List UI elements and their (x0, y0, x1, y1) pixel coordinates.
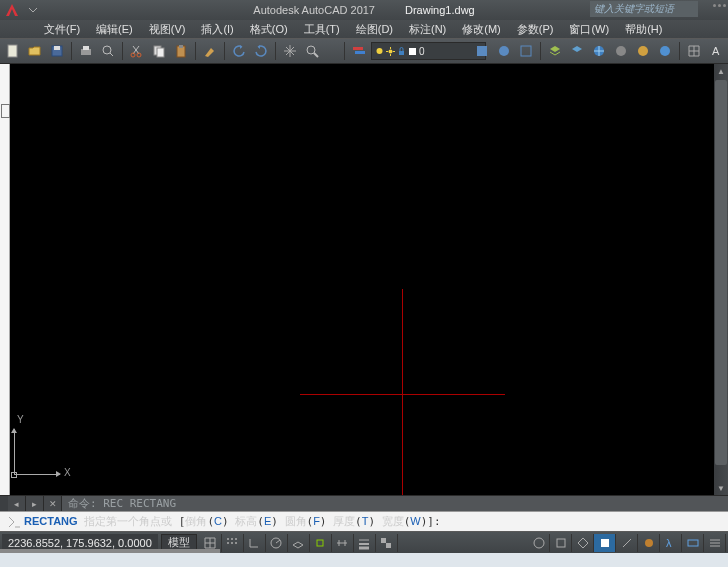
svg-point-5 (103, 46, 111, 54)
snap-toggle-icon[interactable] (222, 534, 244, 552)
preview-icon[interactable] (98, 41, 118, 61)
customize-icon[interactable] (704, 534, 726, 552)
menu-help[interactable]: 帮助(H) (617, 20, 670, 39)
svg-rect-20 (409, 48, 416, 55)
scroll-thumb[interactable] (715, 80, 727, 465)
svg-rect-42 (386, 543, 391, 548)
menu-window[interactable]: 窗口(W) (561, 20, 617, 39)
polar-toggle-icon[interactable] (266, 534, 288, 552)
svg-point-31 (231, 538, 233, 540)
menu-dimension[interactable]: 标注(N) (401, 20, 454, 39)
cut-icon[interactable] (127, 41, 147, 61)
window-dots (713, 4, 726, 7)
match-icon[interactable] (200, 41, 220, 61)
ucs-x-label: X (64, 467, 71, 478)
quick-access-toolbar (24, 3, 40, 17)
grid-icon[interactable] (684, 41, 704, 61)
status-r2-icon[interactable] (550, 534, 572, 552)
crosshair-horizontal (300, 394, 505, 395)
drawing-canvas[interactable]: Y X ▲ ▼ (0, 64, 728, 495)
hscroll-left-icon[interactable]: ◂ (8, 496, 26, 512)
title-text: Autodesk AutoCAD 2017 Drawing1.dwg (253, 4, 474, 16)
svg-rect-16 (355, 51, 365, 54)
tool-b-icon[interactable] (494, 41, 514, 61)
status-r1-icon[interactable] (528, 534, 550, 552)
shade-icon[interactable] (633, 41, 653, 61)
isodraft-icon[interactable] (288, 534, 310, 552)
svg-rect-2 (54, 46, 60, 50)
lineweight-icon[interactable] (354, 534, 376, 552)
tool-c-icon[interactable] (516, 41, 536, 61)
svg-line-6 (110, 53, 113, 56)
render-icon[interactable] (611, 41, 631, 61)
menu-view[interactable]: 视图(V) (141, 20, 194, 39)
search-box[interactable]: 键入关键字或短语 (590, 1, 698, 17)
cmd-history-text: 命令: REC RECTANG (68, 496, 176, 511)
undo-icon[interactable] (229, 41, 249, 61)
scroll-down-icon[interactable]: ▼ (714, 481, 728, 495)
print-icon[interactable] (76, 41, 96, 61)
lightbulb-icon (375, 47, 384, 56)
scroll-up-icon[interactable]: ▲ (714, 64, 728, 78)
menu-draw[interactable]: 绘图(D) (348, 20, 401, 39)
vertical-scrollbar[interactable]: ▲ ▼ (714, 64, 728, 495)
hscroll-right-icon[interactable]: ▸ (26, 496, 44, 512)
open-icon[interactable] (25, 41, 45, 61)
redo-icon[interactable] (251, 41, 271, 61)
layer-props-icon[interactable] (349, 41, 369, 61)
svg-rect-37 (317, 540, 323, 546)
transparency-icon[interactable] (376, 534, 398, 552)
command-line[interactable]: RECTANG 指定第一个角点或 [倒角(C) 标高(E) 圆角(F) 厚度(T… (0, 511, 728, 531)
menu-insert[interactable]: 插入(I) (193, 20, 241, 39)
menu-file[interactable]: 文件(F) (36, 20, 88, 39)
svg-point-32 (235, 538, 237, 540)
layer-name: 0 (419, 46, 425, 57)
cmd-active: RECTANG 指定第一个角点或 (24, 514, 179, 529)
layers-icon[interactable] (545, 41, 565, 61)
text-icon[interactable]: A (706, 41, 726, 61)
menu-format[interactable]: 格式(O) (242, 20, 296, 39)
cmd-options[interactable]: [倒角(C) 标高(E) 圆角(F) 厚度(T) 宽度(W)]: (179, 514, 441, 529)
command-history: 命令: REC RECTANG (62, 496, 728, 512)
qat-dropdown-icon[interactable] (26, 3, 40, 17)
svg-rect-48 (688, 540, 698, 546)
copy-icon[interactable] (149, 41, 169, 61)
layers2-icon[interactable] (567, 41, 587, 61)
status-r8-icon[interactable] (682, 534, 704, 552)
svg-rect-4 (83, 46, 89, 50)
menu-tools[interactable]: 工具(T) (296, 20, 348, 39)
save-icon[interactable] (47, 41, 67, 61)
zoom-icon[interactable] (302, 41, 322, 61)
osnap-toggle-icon[interactable] (310, 534, 332, 552)
svg-point-22 (499, 46, 509, 56)
tool-a-icon[interactable] (472, 41, 492, 61)
menu-edit[interactable]: 编辑(E) (88, 20, 141, 39)
menu-params[interactable]: 参数(P) (509, 20, 562, 39)
status-r5-icon[interactable] (616, 534, 638, 552)
paste-icon[interactable] (171, 41, 191, 61)
crosshair-vertical (402, 289, 403, 495)
titlebar: Autodesk AutoCAD 2017 Drawing1.dwg 键入关键字… (0, 0, 728, 20)
status-r7-icon[interactable]: λ (660, 534, 682, 552)
close-cmd-icon[interactable]: ✕ (44, 496, 62, 512)
pan-icon[interactable] (280, 41, 300, 61)
status-r4-icon[interactable] (594, 534, 616, 552)
svg-point-27 (660, 46, 670, 56)
left-panel-strip[interactable] (0, 64, 10, 495)
menu-modify[interactable]: 修改(M) (454, 20, 509, 39)
sky-icon[interactable] (655, 41, 675, 61)
app-name: Autodesk AutoCAD 2017 (253, 4, 375, 16)
app-logo[interactable] (3, 2, 21, 18)
new-icon[interactable] (3, 41, 23, 61)
globe-icon[interactable] (589, 41, 609, 61)
layer-combo[interactable]: 0 ▾ (371, 42, 486, 60)
status-r6-icon[interactable] (638, 534, 660, 552)
ucs-origin-icon (11, 472, 17, 478)
svg-rect-19 (399, 51, 404, 55)
svg-rect-21 (477, 46, 487, 56)
otrack-icon[interactable] (332, 534, 354, 552)
ortho-toggle-icon[interactable] (244, 534, 266, 552)
status-r3-icon[interactable] (572, 534, 594, 552)
svg-point-25 (616, 46, 626, 56)
svg-point-33 (227, 542, 229, 544)
